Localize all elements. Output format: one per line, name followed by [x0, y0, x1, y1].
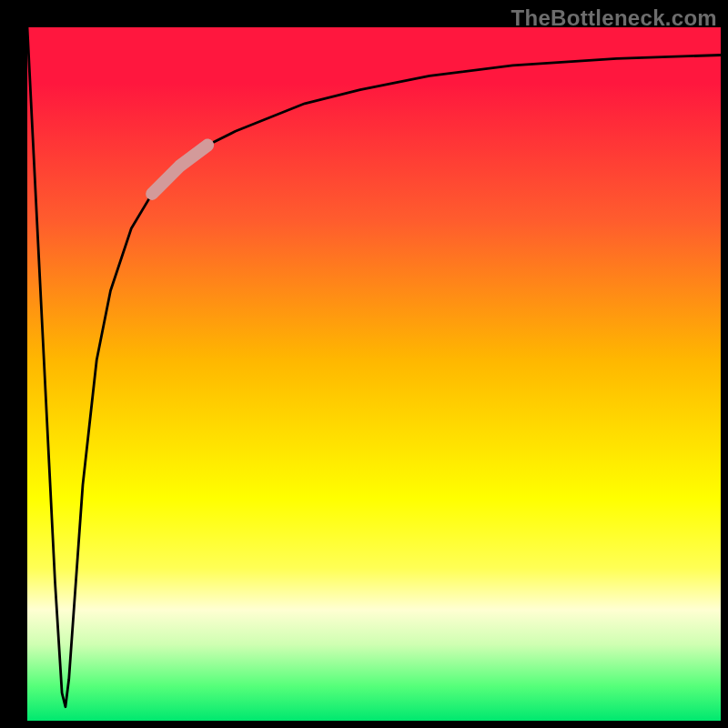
chart-frame: TheBottleneck.com	[0, 0, 728, 728]
curve-path	[27, 27, 721, 707]
watermark-text: TheBottleneck.com	[511, 5, 717, 31]
plot-area	[27, 27, 721, 721]
bottleneck-curve	[27, 27, 721, 721]
curve-highlight	[152, 146, 207, 194]
